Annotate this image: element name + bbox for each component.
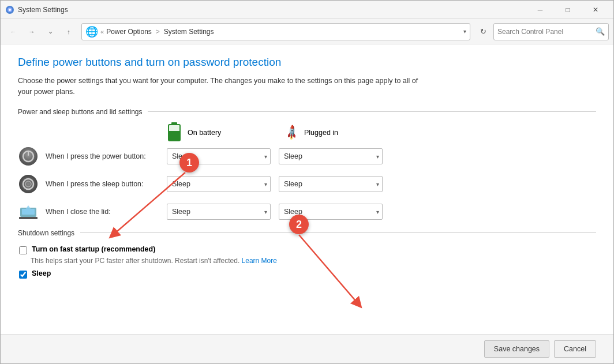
power-button-row: When I press the power button: Do nothin… xyxy=(18,146,596,167)
window-controls: ─ □ ✕ xyxy=(527,1,609,19)
learn-more-link[interactable]: Learn More xyxy=(242,257,277,265)
sleep-button-selects: Do nothing Sleep Hibernate Shut down Tur… xyxy=(167,176,383,192)
refresh-button[interactable]: ↻ xyxy=(475,24,491,40)
lid-label: When I close the lid: xyxy=(46,208,167,216)
section1-label: Power and sleep buttons and lid settings xyxy=(18,108,142,116)
up-button[interactable]: ↑ xyxy=(61,24,77,40)
search-input[interactable] xyxy=(497,28,596,36)
sleep-battery-select[interactable]: Do nothing Sleep Hibernate Shut down Tur… xyxy=(167,176,271,192)
search-bar: 🔍 xyxy=(493,23,609,40)
forward-button[interactable]: → xyxy=(24,24,40,40)
page-description: Choose the power settings that you want … xyxy=(18,76,422,97)
lid-icon xyxy=(18,201,39,222)
lid-plugged-select[interactable]: Do nothing Sleep Hibernate Shut down Tur… xyxy=(279,204,383,220)
col-plugged-header: 🚀 Plugged in xyxy=(286,124,395,141)
power-options-link[interactable]: Power Options xyxy=(106,28,152,36)
sleep-battery-select-wrapper: Do nothing Sleep Hibernate Shut down Tur… xyxy=(167,176,271,192)
current-page: System Settings xyxy=(164,28,214,36)
sleep-plugged-select-wrapper: Do nothing Sleep Hibernate Shut down Tur… xyxy=(279,176,383,192)
col-battery-header: On battery xyxy=(168,124,278,141)
lid-selects: Do nothing Sleep Hibernate Shut down Tur… xyxy=(167,204,383,220)
cancel-button[interactable]: Cancel xyxy=(554,340,596,358)
sleep-button-row: When I press the sleep button: Do nothin… xyxy=(18,174,596,194)
main-content: Define power buttons and turn on passwor… xyxy=(1,44,613,334)
svg-rect-11 xyxy=(19,217,38,219)
breadcrumb-dropdown-icon[interactable]: ▾ xyxy=(463,28,466,35)
svg-rect-10 xyxy=(22,209,35,215)
lid-battery-select-wrapper: Do nothing Sleep Hibernate Shut down Tur… xyxy=(167,204,271,220)
sleep-checkbox-row: Sleep xyxy=(18,269,596,279)
fast-startup-row: Turn on fast startup (recommended) xyxy=(18,245,596,254)
minimize-button[interactable]: ─ xyxy=(527,1,553,19)
svg-point-3 xyxy=(19,147,38,166)
col-plugged-label: Plugged in xyxy=(304,129,338,137)
lid-plugged-select-wrapper: Do nothing Sleep Hibernate Shut down Tur… xyxy=(279,204,383,220)
main-window: System Settings ─ □ ✕ ← → ⌄ ↑ 🌐 « Power … xyxy=(0,0,614,364)
search-icon[interactable]: 🔍 xyxy=(596,27,605,36)
breadcrumb-arrow: > xyxy=(156,28,160,36)
lid-row: When I close the lid: Do nothing Sleep H… xyxy=(18,201,596,222)
title-bar: System Settings ─ □ ✕ xyxy=(1,1,613,19)
section2-label: Shutdown settings xyxy=(18,229,74,237)
sleep-checkbox-label: Sleep xyxy=(32,269,51,277)
maximize-button[interactable]: □ xyxy=(555,1,581,19)
sleep-plugged-select[interactable]: Do nothing Sleep Hibernate Shut down Tur… xyxy=(279,176,383,192)
section2-line xyxy=(80,232,596,233)
battery-icon xyxy=(168,124,181,141)
save-button[interactable]: Save changes xyxy=(484,340,549,358)
fast-startup-checkbox[interactable] xyxy=(19,246,27,254)
power-button-icon xyxy=(18,146,39,167)
breadcrumb-end: ▾ xyxy=(463,28,466,35)
svg-point-2 xyxy=(9,9,11,11)
sleep-checkbox[interactable] xyxy=(19,271,27,279)
power-button-selects: Do nothing Sleep Hibernate Shut down Tur… xyxy=(167,148,383,164)
power-plugged-select[interactable]: Do nothing Sleep Hibernate Shut down Tur… xyxy=(279,148,383,164)
section2-divider: Shutdown settings xyxy=(18,229,596,237)
recent-button[interactable]: ⌄ xyxy=(42,24,58,40)
window-title: System Settings xyxy=(18,6,527,14)
rocket-icon: 🚀 xyxy=(283,123,301,141)
footer: Save changes Cancel xyxy=(1,334,613,363)
fast-startup-label: Turn on fast startup (recommended) xyxy=(32,245,155,253)
back-button[interactable]: ← xyxy=(5,24,21,40)
breadcrumb-separator: « xyxy=(100,28,104,35)
address-bar: ← → ⌄ ↑ 🌐 « Power Options > System Setti… xyxy=(1,19,613,44)
section1-divider: Power and sleep buttons and lid settings xyxy=(18,108,596,116)
section1-line xyxy=(148,111,596,112)
close-button[interactable]: ✕ xyxy=(582,1,609,19)
column-headers: On battery 🚀 Plugged in xyxy=(168,124,596,141)
svg-rect-5 xyxy=(28,151,29,156)
svg-point-6 xyxy=(19,175,38,193)
breadcrumb-icon: 🌐 xyxy=(85,25,98,38)
sleep-button-label: When I press the sleep button: xyxy=(46,180,167,188)
breadcrumb: « Power Options > System Settings xyxy=(100,28,214,36)
power-button-label: When I press the power button: xyxy=(46,152,167,160)
power-plugged-select-wrapper: Do nothing Sleep Hibernate Shut down Tur… xyxy=(279,148,383,164)
col-battery-label: On battery xyxy=(188,129,221,137)
power-battery-select[interactable]: Do nothing Sleep Hibernate Shut down Tur… xyxy=(167,148,271,164)
sleep-button-icon xyxy=(18,174,39,194)
lid-battery-select[interactable]: Do nothing Sleep Hibernate Shut down Tur… xyxy=(167,204,271,220)
fast-startup-desc: This helps start your PC faster after sh… xyxy=(18,257,596,265)
power-battery-select-wrapper: Do nothing Sleep Hibernate Shut down Tur… xyxy=(167,148,271,164)
breadcrumb-bar: 🌐 « Power Options > System Settings ▾ xyxy=(81,23,470,40)
page-heading: Define power buttons and turn on passwor… xyxy=(18,56,596,69)
app-icon xyxy=(5,5,14,14)
